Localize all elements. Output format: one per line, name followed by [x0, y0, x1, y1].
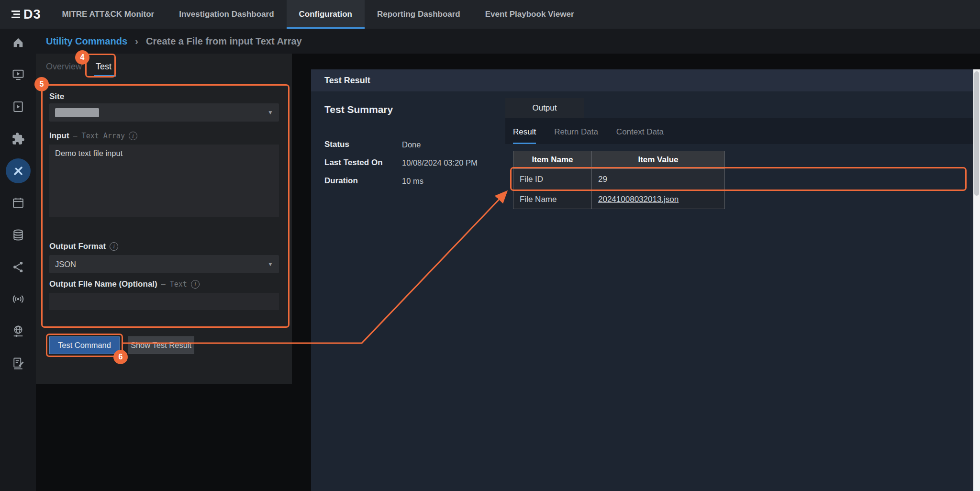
breadcrumb-current-page: Create a File from input Text Array	[146, 36, 302, 47]
test-result-header: Test Result	[311, 69, 973, 91]
sidebar-item-broadcast[interactable]	[5, 292, 31, 306]
summary-row-last-tested: Last Tested On 10/08/2024 03:20 PM	[324, 154, 478, 172]
app-logo[interactable]: D3	[11, 7, 41, 22]
output-file-label-row: Output File Name (Optional) – Text i	[49, 279, 200, 289]
input-label: Input	[49, 131, 69, 141]
top-nav: D3 MITRE ATT&CK Monitor Investigation Da…	[0, 0, 980, 29]
file-id-value-cell: 29	[592, 169, 725, 190]
tab-test-active-underline	[94, 75, 116, 77]
sidebar-item-integrations[interactable]	[5, 132, 31, 146]
last-tested-value: 10/08/2024 03:20 PM	[402, 158, 478, 167]
sidebar-item-video-file[interactable]	[5, 100, 31, 114]
header-item-value: Item Value	[592, 151, 725, 169]
output-format-dropdown[interactable]: JSON ▼	[49, 255, 279, 273]
nav-items: MITRE ATT&CK Monitor Investigation Dashb…	[50, 0, 587, 29]
breadcrumb: Utility Commands › Create a File from in…	[36, 29, 980, 54]
home-icon	[11, 36, 25, 49]
breadcrumb-utility-commands[interactable]: Utility Commands	[46, 36, 127, 47]
info-icon[interactable]: i	[191, 280, 200, 289]
sidebar-item-share[interactable]	[5, 260, 31, 274]
duration-label: Duration	[324, 176, 402, 186]
file-name-name-cell: File Name	[513, 190, 592, 209]
result-table: Item Name Item Value File ID 29 File Nam…	[513, 151, 725, 209]
duration-value: 10 ms	[402, 177, 423, 186]
calendar-icon	[11, 196, 25, 210]
table-row-file-name: File Name 20241008032013.json	[513, 190, 725, 209]
monitor-play-icon	[11, 68, 25, 81]
sidebar-item-monitor[interactable]	[5, 67, 31, 82]
file-name-link[interactable]: 20241008032013.json	[598, 195, 679, 204]
site-dropdown[interactable]: ▼	[49, 103, 279, 122]
site-value-redacted	[55, 108, 99, 117]
output-file-name-input[interactable]	[49, 293, 279, 310]
tools-icon	[11, 164, 25, 178]
sidebar-item-database[interactable]	[5, 228, 31, 242]
file-name-value-cell: 20241008032013.json	[592, 190, 725, 209]
output-file-label: Output File Name (Optional)	[49, 279, 157, 289]
breadcrumb-separator: ›	[135, 35, 138, 47]
broadcast-icon	[11, 292, 25, 306]
header-item-name: Item Name	[513, 151, 592, 169]
site-label: Site	[49, 92, 64, 101]
sidebar-item-document-sign[interactable]	[5, 356, 31, 370]
tab-test[interactable]: Test	[96, 62, 111, 72]
d3-logo-icon	[11, 9, 21, 20]
status-label: Status	[324, 140, 402, 149]
share-nodes-icon	[11, 260, 25, 274]
test-command-button[interactable]: Test Command	[49, 336, 120, 354]
scrollbar-thumb[interactable]	[974, 71, 979, 196]
input-label-row: Input – Text Array i	[49, 131, 137, 141]
puzzle-icon	[11, 132, 25, 145]
subtab-return-data[interactable]: Return Data	[554, 127, 598, 144]
video-file-icon	[11, 100, 25, 113]
output-tab[interactable]: Output	[505, 98, 584, 118]
output-format-label: Output Format	[49, 242, 106, 251]
icon-sidebar	[0, 29, 36, 491]
output-subtabs: Result Return Data Context Data	[505, 118, 973, 144]
nav-item-configuration[interactable]: Configuration	[287, 0, 365, 29]
input-type-hint: – Text Array	[73, 132, 125, 140]
nav-item-investigation-dashboard[interactable]: Investigation Dashboard	[167, 0, 286, 29]
document-sign-icon	[11, 357, 25, 370]
sidebar-item-home[interactable]	[5, 35, 31, 50]
sidebar-item-utility-commands[interactable]	[5, 164, 31, 178]
vertical-scrollbar[interactable]	[973, 69, 980, 491]
output-file-type-hint: – Text	[161, 280, 187, 289]
show-test-result-button[interactable]: Show Test Result	[128, 336, 194, 354]
command-test-panel: Overview Test Site ▼ Input – Text Array …	[36, 54, 292, 384]
test-result-title: Test Result	[324, 76, 370, 86]
sidebar-item-schedule[interactable]	[5, 196, 31, 210]
output-format-label-row: Output Format i	[49, 242, 118, 251]
nav-item-mitre-attck-monitor[interactable]: MITRE ATT&CK Monitor	[50, 0, 167, 29]
result-table-header-row: Item Name Item Value	[513, 151, 725, 169]
test-summary-title: Test Summary	[324, 104, 393, 115]
output-format-value: JSON	[55, 260, 76, 269]
chevron-down-icon: ▼	[267, 261, 273, 268]
globe-filter-icon	[11, 324, 25, 338]
file-id-name-cell: File ID	[513, 169, 592, 190]
table-row-file-id: File ID 29	[513, 169, 725, 190]
nav-item-event-playbook-viewer[interactable]: Event Playbook Viewer	[473, 0, 587, 29]
input-textarea[interactable]: Demo text file input	[49, 145, 279, 217]
sidebar-item-globe-filter[interactable]	[5, 324, 31, 338]
last-tested-label: Last Tested On	[324, 158, 402, 167]
chevron-down-icon: ▼	[267, 109, 273, 116]
database-icon	[11, 228, 25, 242]
status-value: Done	[402, 140, 421, 149]
nav-item-reporting-dashboard[interactable]: Reporting Dashboard	[365, 0, 473, 29]
info-icon[interactable]: i	[110, 242, 118, 251]
info-icon[interactable]: i	[129, 132, 137, 140]
summary-row-status: Status Done	[324, 135, 478, 154]
tab-overview[interactable]: Overview	[46, 62, 82, 72]
logo-text: D3	[23, 7, 41, 22]
summary-row-duration: Duration 10 ms	[324, 172, 478, 190]
subtab-result[interactable]: Result	[513, 127, 536, 144]
test-result-panel: Test Result Test Summary Status Done Las…	[311, 69, 973, 491]
subtab-context-data[interactable]: Context Data	[616, 127, 664, 144]
test-summary-rows: Status Done Last Tested On 10/08/2024 03…	[324, 135, 478, 190]
